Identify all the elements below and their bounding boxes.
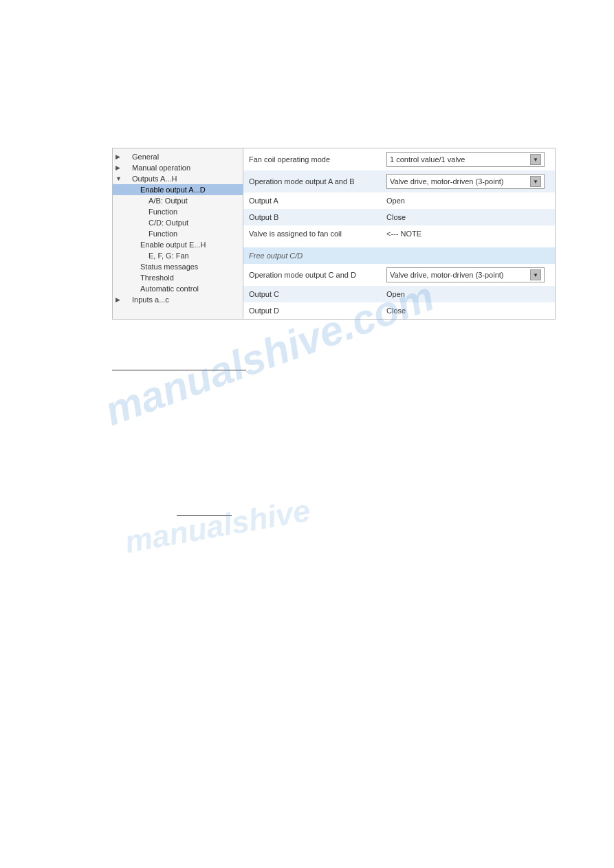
sidebar-item-label: E, F, G: Fan (149, 252, 189, 260)
dropdown-text-operation-mode-ab: Valve drive, motor-driven (3-point) (390, 177, 527, 186)
sidebar-item-label: Function (149, 230, 177, 238)
sidebar-item-inputs-ac[interactable]: ▶ Inputs a...c (113, 294, 243, 305)
label-free-output-cd: Free output C/D (249, 252, 386, 260)
value-operation-mode-cd: Valve drive, motor-driven (3-point) ▼ (386, 267, 549, 282)
watermark-secondary: manualshive (122, 493, 314, 561)
arrow-icon (116, 219, 124, 226)
sidebar-item-label: Function (149, 208, 177, 216)
sidebar-item-label: Status messages (140, 263, 198, 271)
arrow-icon (116, 252, 124, 259)
dropdown-fan-coil-mode[interactable]: 1 control value/1 valve ▼ (386, 152, 545, 167)
sidebar-item-automatic-control[interactable]: Automatic control (113, 283, 243, 294)
arrow-icon (116, 230, 124, 237)
row-operation-mode-ab: Operation mode output A and B Valve driv… (243, 170, 555, 192)
arrow-icon (116, 285, 124, 292)
sidebar-item-label: Enable output A...D (140, 186, 206, 194)
value-output-b: Close (386, 213, 549, 221)
dropdown-arrow-icon[interactable]: ▼ (530, 176, 541, 187)
sidebar-item-label: Inputs a...c (132, 296, 169, 304)
main-container: ▶ General ▶ Manual operation ▼ Outputs A… (112, 148, 556, 320)
value-output-c: Open (386, 290, 549, 298)
dropdown-arrow-icon[interactable]: ▼ (530, 154, 541, 165)
value-output-a: Open (386, 197, 549, 205)
row-output-a: Output A Open (243, 192, 555, 209)
line1 (112, 370, 246, 370)
dropdown-arrow-icon[interactable]: ▼ (530, 269, 541, 280)
sidebar-item-outputs-ah[interactable]: ▼ Outputs A...H (113, 173, 243, 184)
value-valve-fan-coil: <--- NOTE (386, 230, 549, 238)
sidebar-item-enable-output-eh[interactable]: Enable output E...H (113, 239, 243, 250)
sidebar-item-cd-output[interactable]: C/D: Output (113, 217, 243, 228)
arrow-icon (116, 208, 124, 215)
sidebar-item-label: C/D: Output (149, 219, 188, 227)
sidebar-item-label: Manual operation (132, 164, 190, 172)
arrow-icon (116, 186, 124, 193)
arrow-icon: ▼ (116, 175, 124, 182)
label-operation-mode-cd: Operation mode output C and D (249, 271, 386, 279)
line2 (177, 515, 232, 516)
arrow-icon: ▶ (116, 164, 124, 171)
label-output-c: Output C (249, 290, 386, 298)
label-valve-fan-coil: Valve is assigned to fan coil (249, 230, 386, 238)
row-output-c: Output C Open (243, 286, 555, 302)
separator (243, 242, 555, 247)
sidebar-item-label: Outputs A...H (132, 175, 177, 183)
sidebar-item-label: A/B: Output (149, 197, 188, 205)
row-output-b: Output B Close (243, 209, 555, 225)
arrow-icon (116, 197, 124, 204)
arrow-icon: ▶ (116, 296, 124, 303)
sidebar-item-ab-output[interactable]: A/B: Output (113, 195, 243, 206)
row-free-output-cd: Free output C/D (243, 247, 555, 264)
sidebar-item-threshold[interactable]: Threshold (113, 272, 243, 283)
arrow-icon (116, 241, 124, 248)
label-output-d: Output D (249, 307, 386, 315)
tree-panel: ▶ General ▶ Manual operation ▼ Outputs A… (113, 148, 243, 319)
value-output-d: Close (386, 307, 549, 315)
sidebar-item-efg-fan[interactable]: E, F, G: Fan (113, 250, 243, 261)
row-output-d: Output D Close (243, 302, 555, 319)
sidebar-item-manual-operation[interactable]: ▶ Manual operation (113, 162, 243, 173)
dropdown-operation-mode-cd[interactable]: Valve drive, motor-driven (3-point) ▼ (386, 267, 545, 282)
sidebar-item-label: Automatic control (140, 285, 199, 293)
row-operation-mode-cd: Operation mode output C and D Valve driv… (243, 264, 555, 286)
row-valve-fan-coil: Valve is assigned to fan coil <--- NOTE (243, 225, 555, 242)
sidebar-item-status-messages[interactable]: Status messages (113, 261, 243, 272)
sidebar-item-label: General (132, 153, 159, 161)
arrow-icon (116, 263, 124, 270)
label-output-a: Output A (249, 197, 386, 205)
dropdown-operation-mode-ab[interactable]: Valve drive, motor-driven (3-point) ▼ (386, 174, 545, 189)
arrow-icon (116, 274, 124, 281)
label-fan-coil-mode: Fan coil operating mode (249, 155, 386, 164)
dropdown-text-operation-mode-cd: Valve drive, motor-driven (3-point) (390, 271, 527, 279)
sidebar-item-general[interactable]: ▶ General (113, 151, 243, 162)
label-operation-mode-ab: Operation mode output A and B (249, 177, 386, 186)
arrow-icon: ▶ (116, 153, 124, 160)
value-fan-coil-mode: 1 control value/1 valve ▼ (386, 152, 549, 167)
row-fan-coil-mode: Fan coil operating mode 1 control value/… (243, 148, 555, 170)
dropdown-text-fan-coil-mode: 1 control value/1 valve (390, 155, 527, 164)
label-output-b: Output B (249, 213, 386, 221)
sidebar-item-function2[interactable]: Function (113, 228, 243, 239)
sidebar-item-enable-output-ad[interactable]: Enable output A...D (113, 184, 243, 195)
sidebar-item-label: Threshold (140, 274, 174, 282)
value-operation-mode-ab: Valve drive, motor-driven (3-point) ▼ (386, 174, 549, 189)
sidebar-item-label: Enable output E...H (140, 241, 206, 249)
sidebar-item-function1[interactable]: Function (113, 206, 243, 217)
content-panel: Fan coil operating mode 1 control value/… (243, 148, 555, 319)
